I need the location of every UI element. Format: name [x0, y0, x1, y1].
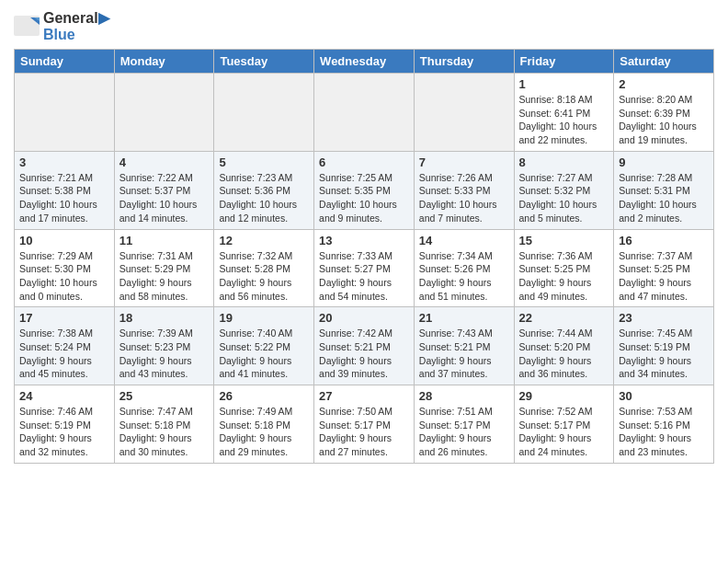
day-number: 8: [519, 155, 609, 169]
day-info: Sunrise: 7:37 AMSunset: 5:25 PMDaylight:…: [619, 249, 709, 304]
day-info: Sunrise: 7:34 AMSunset: 5:26 PMDaylight:…: [419, 249, 509, 304]
day-number: 16: [619, 234, 709, 247]
calendar-cell: 3Sunrise: 7:21 AMSunset: 5:38 PMDaylight…: [15, 151, 115, 229]
day-info: Sunrise: 7:28 AMSunset: 5:31 PMDaylight:…: [619, 171, 709, 225]
day-number: 28: [419, 389, 509, 403]
col-header-monday: Monday: [114, 50, 214, 74]
calendar-cell: [114, 74, 214, 152]
day-number: 17: [19, 311, 109, 325]
col-header-wednesday: Wednesday: [314, 50, 415, 74]
day-number: 30: [619, 389, 709, 403]
calendar-body: 1Sunrise: 8:18 AMSunset: 6:41 PMDaylight…: [15, 74, 714, 464]
day-number: 9: [619, 155, 709, 169]
calendar-cell: 28Sunrise: 7:51 AMSunset: 5:17 PMDayligh…: [414, 385, 514, 464]
day-info: Sunrise: 7:32 AMSunset: 5:28 PMDaylight:…: [219, 249, 309, 304]
calendar-cell: 9Sunrise: 7:28 AMSunset: 5:31 PMDaylight…: [614, 151, 714, 229]
day-number: 2: [619, 77, 709, 91]
day-info: Sunrise: 7:33 AMSunset: 5:27 PMDaylight:…: [319, 249, 409, 304]
calendar-cell: 23Sunrise: 7:45 AMSunset: 5:19 PMDayligh…: [614, 307, 714, 385]
calendar-cell: 27Sunrise: 7:50 AMSunset: 5:17 PMDayligh…: [314, 385, 415, 464]
calendar-cell: 11Sunrise: 7:31 AMSunset: 5:29 PMDayligh…: [114, 229, 214, 307]
day-number: 3: [19, 155, 109, 169]
calendar-cell: 29Sunrise: 7:52 AMSunset: 5:17 PMDayligh…: [514, 385, 614, 464]
day-number: 29: [519, 389, 609, 403]
calendar-cell: 5Sunrise: 7:23 AMSunset: 5:36 PMDaylight…: [214, 151, 314, 229]
calendar-week-1: 3Sunrise: 7:21 AMSunset: 5:38 PMDaylight…: [15, 151, 714, 229]
calendar-cell: 22Sunrise: 7:44 AMSunset: 5:20 PMDayligh…: [514, 307, 614, 385]
calendar-cell: 15Sunrise: 7:36 AMSunset: 5:25 PMDayligh…: [514, 229, 614, 307]
day-number: 13: [319, 234, 409, 247]
day-number: 27: [319, 389, 409, 403]
calendar-cell: 20Sunrise: 7:42 AMSunset: 5:21 PMDayligh…: [314, 307, 415, 385]
day-number: 4: [119, 155, 210, 169]
calendar-cell: 10Sunrise: 7:29 AMSunset: 5:30 PMDayligh…: [15, 229, 115, 307]
day-info: Sunrise: 7:27 AMSunset: 5:32 PMDaylight:…: [519, 171, 609, 225]
calendar-cell: [214, 74, 314, 152]
calendar-cell: 13Sunrise: 7:33 AMSunset: 5:27 PMDayligh…: [314, 229, 415, 307]
day-number: 1: [519, 77, 609, 91]
day-number: 12: [219, 234, 309, 247]
col-header-friday: Friday: [514, 50, 614, 74]
day-number: 19: [219, 311, 309, 325]
day-info: Sunrise: 7:39 AMSunset: 5:23 PMDaylight:…: [119, 327, 210, 381]
calendar-week-2: 10Sunrise: 7:29 AMSunset: 5:30 PMDayligh…: [15, 229, 714, 307]
day-info: Sunrise: 7:42 AMSunset: 5:21 PMDaylight:…: [319, 327, 409, 381]
day-number: 24: [19, 389, 109, 403]
calendar-table: SundayMondayTuesdayWednesdayThursdayFrid…: [14, 49, 714, 464]
calendar-cell: 16Sunrise: 7:37 AMSunset: 5:25 PMDayligh…: [614, 229, 714, 307]
day-info: Sunrise: 7:26 AMSunset: 5:33 PMDaylight:…: [419, 171, 509, 225]
calendar-cell: [414, 74, 514, 152]
day-info: Sunrise: 7:40 AMSunset: 5:22 PMDaylight:…: [219, 327, 309, 381]
day-number: 5: [219, 155, 309, 169]
calendar-cell: 19Sunrise: 7:40 AMSunset: 5:22 PMDayligh…: [214, 307, 314, 385]
day-info: Sunrise: 7:23 AMSunset: 5:36 PMDaylight:…: [219, 171, 309, 225]
day-info: Sunrise: 7:21 AMSunset: 5:38 PMDaylight:…: [19, 171, 109, 225]
day-info: Sunrise: 7:31 AMSunset: 5:29 PMDaylight:…: [119, 249, 210, 304]
day-number: 18: [119, 311, 210, 325]
day-number: 15: [519, 234, 609, 247]
calendar-cell: 30Sunrise: 7:53 AMSunset: 5:16 PMDayligh…: [614, 385, 714, 464]
day-info: Sunrise: 7:45 AMSunset: 5:19 PMDaylight:…: [619, 327, 709, 381]
day-number: 22: [519, 311, 609, 325]
day-number: 6: [319, 155, 409, 169]
day-number: 11: [119, 234, 210, 247]
day-info: Sunrise: 7:53 AMSunset: 5:16 PMDaylight:…: [619, 405, 709, 459]
calendar-cell: 24Sunrise: 7:46 AMSunset: 5:19 PMDayligh…: [15, 385, 115, 464]
header-row: SundayMondayTuesdayWednesdayThursdayFrid…: [15, 50, 714, 74]
day-info: Sunrise: 7:36 AMSunset: 5:25 PMDaylight:…: [519, 249, 609, 304]
calendar-cell: [15, 74, 115, 152]
calendar-cell: 7Sunrise: 7:26 AMSunset: 5:33 PMDaylight…: [414, 151, 514, 229]
day-number: 23: [619, 311, 709, 325]
col-header-tuesday: Tuesday: [214, 50, 314, 74]
day-number: 20: [319, 311, 409, 325]
calendar-week-0: 1Sunrise: 8:18 AMSunset: 6:41 PMDaylight…: [15, 74, 714, 152]
day-info: Sunrise: 7:52 AMSunset: 5:17 PMDaylight:…: [519, 405, 609, 459]
day-info: Sunrise: 7:22 AMSunset: 5:37 PMDaylight:…: [119, 171, 210, 225]
calendar-cell: 2Sunrise: 8:20 AMSunset: 6:39 PMDaylight…: [614, 74, 714, 152]
calendar-week-4: 24Sunrise: 7:46 AMSunset: 5:19 PMDayligh…: [15, 385, 714, 464]
day-number: 26: [219, 389, 309, 403]
day-info: Sunrise: 7:49 AMSunset: 5:18 PMDaylight:…: [219, 405, 309, 459]
day-number: 21: [419, 311, 509, 325]
col-header-thursday: Thursday: [414, 50, 514, 74]
day-info: Sunrise: 7:50 AMSunset: 5:17 PMDaylight:…: [319, 405, 409, 459]
calendar-cell: 12Sunrise: 7:32 AMSunset: 5:28 PMDayligh…: [214, 229, 314, 307]
calendar-cell: 26Sunrise: 7:49 AMSunset: 5:18 PMDayligh…: [214, 385, 314, 464]
day-info: Sunrise: 7:25 AMSunset: 5:35 PMDaylight:…: [319, 171, 409, 225]
calendar-cell: 18Sunrise: 7:39 AMSunset: 5:23 PMDayligh…: [114, 307, 214, 385]
day-number: 14: [419, 234, 509, 247]
col-header-saturday: Saturday: [614, 50, 714, 74]
calendar-cell: 21Sunrise: 7:43 AMSunset: 5:21 PMDayligh…: [414, 307, 514, 385]
calendar-cell: 1Sunrise: 8:18 AMSunset: 6:41 PMDaylight…: [514, 74, 614, 152]
logo-text: General▶ Blue: [43, 9, 109, 43]
calendar-header: SundayMondayTuesdayWednesdayThursdayFrid…: [15, 50, 714, 74]
page: General▶ Blue SundayMondayTuesdayWednesd…: [0, 0, 728, 473]
logo-icon: [14, 16, 41, 38]
calendar-week-3: 17Sunrise: 7:38 AMSunset: 5:24 PMDayligh…: [15, 307, 714, 385]
calendar-cell: 6Sunrise: 7:25 AMSunset: 5:35 PMDaylight…: [314, 151, 415, 229]
day-info: Sunrise: 7:44 AMSunset: 5:20 PMDaylight:…: [519, 327, 609, 381]
day-info: Sunrise: 7:43 AMSunset: 5:21 PMDaylight:…: [419, 327, 509, 381]
calendar-cell: 25Sunrise: 7:47 AMSunset: 5:18 PMDayligh…: [114, 385, 214, 464]
day-info: Sunrise: 7:29 AMSunset: 5:30 PMDaylight:…: [19, 249, 109, 304]
day-info: Sunrise: 7:38 AMSunset: 5:24 PMDaylight:…: [19, 327, 109, 381]
